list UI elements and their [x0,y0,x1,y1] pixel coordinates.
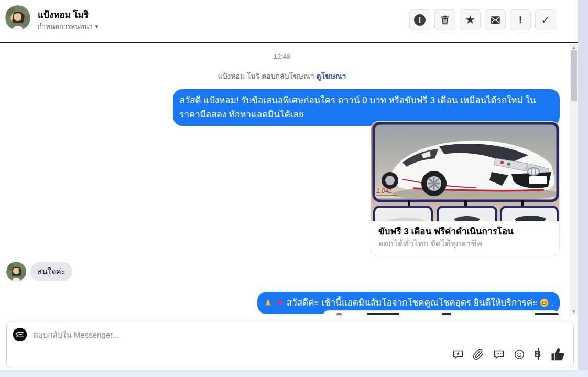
message-list: 12:48 แป้งหอม โมริ ตอบกลับโฆษณา ดูโฆษณา … [0,44,578,315]
system-message: แป้งหอม โมริ ตอบกลับโฆษณา ดูโฆษณา [0,70,564,82]
delete-button[interactable] [434,9,455,30]
incoming-message-interested: สนใจค่ะ [30,262,72,281]
check-icon: ✓ [541,14,550,26]
scroll-down-arrow-icon[interactable]: ▼ [570,309,578,314]
conversation-toolbar: ! ★ [409,9,556,30]
car-collage-image: 1.041 [371,122,560,221]
ad-card-subtitle: ออกได้ทั่วไทย จัดได้ทุกอาชีพ [378,238,552,250]
star-button[interactable]: ★ [460,9,481,30]
conversation-panel: แป้งหอม โมริ กำหนดการสนทนา ▾ ! ★ [0,0,578,370]
alert-circle-icon: ! [414,14,426,26]
folded-hands-emoji [264,298,273,308]
partial-attachment-card [322,310,560,315]
timestamp: 12:48 [0,52,564,60]
comment-icon[interactable] [493,349,505,360]
scroll-up-arrow-icon[interactable]: ▲ [570,45,578,50]
system-message-text: แป้งหอม โมริ ตอบกลับโฆษณา [218,72,314,80]
messenger-inbox-window: แป้งหอม โมริ กำหนดการสนทนา ▾ ! ★ [0,0,588,377]
contact-avatar-small [6,262,26,282]
ad-attachment-card[interactable]: 1.041 [371,121,560,256]
conversation-header: แป้งหอม โมริ กำหนดการสนทนา ▾ ! ★ [0,0,578,43]
incoming-message-row: สนใจค่ะ [6,262,72,282]
ad-card-title: ขับฟรี 3 เดือน ฟรีค่าดำเนินการโอน [378,225,552,238]
red-heart-emoji: ♥ [275,298,285,308]
mark-unread-button[interactable] [485,9,506,30]
page-logo-avatar [13,328,27,341]
star-icon: ★ [465,14,475,26]
attachment-icon[interactable] [473,349,484,360]
greeting-text: สวัสดีค่ะ เช้านี้แอดมินส้มโอจากโชคคูณโชค… [287,296,538,310]
greeting-trailing: . [551,296,553,310]
image-watermark: 1.041 [376,187,392,195]
saved-replies-icon[interactable] [452,349,464,360]
smiling-face-with-hearts-emoji [539,298,549,308]
conversation-schedule-dropdown[interactable]: กำหนดการสนทนา ▾ [38,21,98,32]
scrollbar-thumb[interactable] [571,50,577,101]
reply-input[interactable] [33,327,505,342]
trash-icon [439,14,451,26]
report-button[interactable]: ! [409,9,430,30]
ad-card-caption: ขับฟรี 3 เดือน ฟรีค่าดำเนินการโอน ออกได้… [371,221,559,256]
view-ad-link[interactable]: ดูโฆษณา [316,72,346,80]
payment-baht-icon[interactable]: B [534,349,541,360]
contact-avatar[interactable] [5,5,30,30]
envelope-icon [489,14,501,26]
outgoing-message-offer: สวัสดี แป้งหอม! รับข้อเสนอพิเศษก่อนใคร ด… [173,89,560,126]
contact-name: แป้งหอม โมริ [38,7,89,21]
contact-avatar-image [5,5,30,30]
chevron-down-icon: ▾ [95,23,99,30]
thumbnail-frames [374,207,558,221]
schedule-label: กำหนดการสนทนา [38,21,93,32]
flag-spam-button[interactable]: ! [510,9,531,30]
emoji-icon[interactable] [514,349,525,360]
exclamation-icon: ! [519,14,522,26]
like-thumb-icon[interactable] [550,347,566,362]
composer-actions: B [452,347,566,362]
reply-composer: B [6,321,574,368]
page-background-strip [0,370,588,377]
mark-done-button[interactable]: ✓ [535,9,556,30]
chat-scrollbar[interactable]: ▲ ▼ [570,44,578,315]
